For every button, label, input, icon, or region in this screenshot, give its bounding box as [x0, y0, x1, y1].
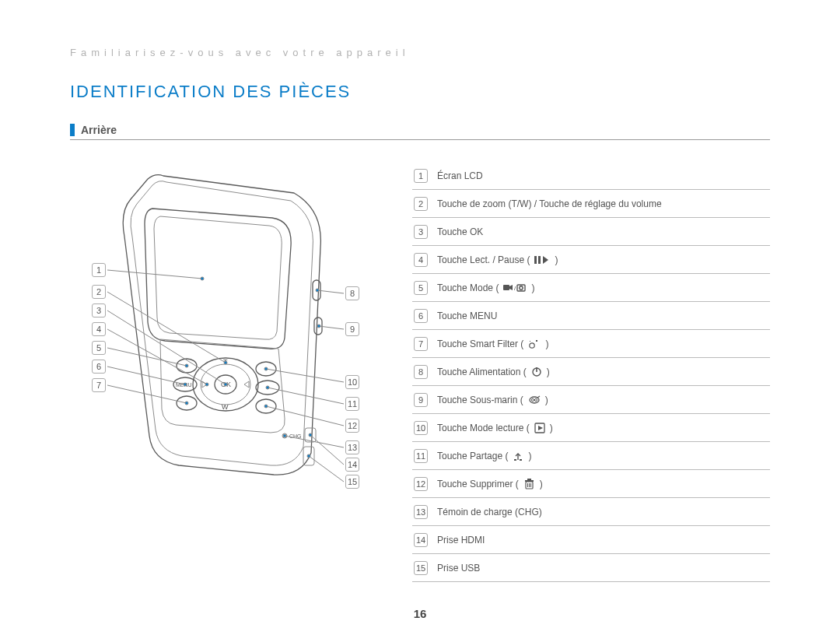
svg-point-26	[205, 383, 208, 386]
callout-right-9: 9	[345, 322, 359, 336]
svg-rect-49	[534, 256, 537, 264]
svg-rect-67	[520, 459, 522, 461]
callout-left-7: 7	[92, 378, 106, 392]
parts-legend: 1Écran LCD2Touche de zoom (T/W) / Touche…	[412, 162, 770, 582]
svg-point-36	[317, 325, 320, 328]
callout-left-2: 2	[92, 285, 106, 299]
callout-left-6: 6	[92, 360, 106, 374]
svg-point-38	[264, 367, 268, 370]
legend-row-3: 3Touche OK	[412, 218, 770, 246]
legend-label: Touche Alimentation ()	[437, 367, 770, 377]
svg-line-43	[285, 436, 344, 447]
callout-right-8: 8	[345, 286, 359, 300]
legend-row-7: 7Touche Smart Filter ()	[412, 330, 770, 358]
svg-point-56	[520, 286, 523, 289]
legend-label: Écran LCD	[437, 170, 770, 181]
legend-row-14: 14Prise HDMI	[412, 526, 770, 554]
legend-label: Touche OK	[437, 226, 770, 237]
callout-left-4: 4	[92, 322, 106, 336]
legend-row-10: 10Touche Mode lecture ()	[412, 414, 770, 442]
svg-rect-52	[503, 285, 509, 290]
svg-point-20	[201, 277, 204, 280]
chapter-label: Familiarisez-vous avec votre appareil	[70, 47, 770, 58]
underwater-icon	[528, 395, 541, 405]
playpause-icon	[534, 254, 550, 265]
play-icon	[534, 423, 545, 433]
legend-row-4: 4Touche Lect. / Pause ()	[412, 246, 770, 274]
svg-point-24	[224, 383, 227, 386]
legend-number: 2	[414, 197, 428, 211]
svg-rect-72	[525, 480, 534, 482]
playpause-icon	[534, 254, 550, 265]
trash-icon	[523, 479, 535, 489]
svg-line-27	[107, 348, 187, 366]
svg-text:/: /	[514, 285, 516, 292]
subheader-text: Arrière	[81, 124, 117, 136]
svg-point-22	[224, 361, 227, 364]
legend-row-8: 8Touche Alimentation ()	[412, 358, 770, 386]
legend-label: Touche de zoom (T/W) / Touche de réglage…	[437, 198, 770, 209]
svg-point-46	[309, 433, 312, 437]
camcorder-back-svg: .ln{fill:none;stroke:#5a5a5a;stroke-widt…	[70, 162, 373, 496]
videocam-camera-icon: /	[503, 282, 527, 293]
device-illustration: .ln{fill:none;stroke:#5a5a5a;stroke-widt…	[70, 162, 373, 496]
callout-right-14: 14	[345, 458, 359, 472]
sparkle-icon	[528, 339, 541, 349]
svg-point-57	[530, 342, 534, 347]
svg-line-45	[310, 435, 344, 465]
svg-point-42	[264, 405, 268, 408]
svg-marker-53	[509, 285, 513, 290]
page-number: 16	[0, 607, 840, 620]
legend-row-12: 12Touche Supprimer ()	[412, 470, 770, 498]
svg-point-28	[185, 364, 188, 367]
svg-point-30	[184, 383, 187, 386]
legend-number: 9	[414, 393, 428, 407]
legend-label: Touche Lect. / Pause ()	[437, 254, 770, 265]
legend-number: 12	[414, 477, 428, 491]
legend-label: Touche Supprimer ()	[437, 479, 770, 489]
svg-text:W: W	[222, 403, 229, 411]
svg-point-34	[316, 289, 319, 292]
play-icon	[534, 423, 545, 433]
legend-label: Touche Sous-marin ()	[437, 395, 770, 405]
svg-line-35	[319, 326, 344, 329]
legend-label: Prise USB	[437, 563, 770, 574]
callout-right-11: 11	[345, 397, 359, 411]
svg-point-44	[283, 434, 286, 437]
videocam-camera-icon: /	[503, 282, 527, 293]
legend-label: Touche Smart Filter ()	[437, 339, 770, 349]
subheader-row: Arrière	[70, 124, 770, 140]
legend-label: Témoin de charge (CHG)	[437, 507, 770, 517]
legend-label: Touche Mode lecture ()	[437, 423, 770, 433]
callout-left-3: 3	[92, 303, 106, 317]
subheader-marker	[70, 124, 75, 136]
svg-marker-51	[543, 256, 548, 264]
legend-row-11: 11Touche Partage ()	[412, 442, 770, 470]
power-icon	[531, 367, 542, 377]
legend-label: Prise HDMI	[437, 535, 770, 546]
legend-number: 11	[414, 449, 428, 463]
legend-number: 13	[414, 505, 428, 519]
legend-label: Touche Partage ()	[437, 451, 770, 461]
legend-number: 5	[414, 281, 428, 295]
callout-right-12: 12	[345, 419, 359, 433]
legend-row-9: 9Touche Sous-marin ()	[412, 386, 770, 414]
callout-left-1: 1	[92, 263, 106, 277]
legend-row-6: 6Touche MENU	[412, 302, 770, 330]
legend-number: 7	[414, 337, 428, 351]
share-icon	[513, 451, 523, 461]
svg-line-29	[107, 367, 185, 384]
power-icon	[531, 367, 542, 377]
legend-label: Touche MENU	[437, 310, 770, 321]
legend-number: 10	[414, 421, 428, 435]
svg-rect-50	[538, 256, 541, 264]
sparkle-icon	[528, 339, 541, 349]
underwater-icon	[528, 395, 541, 405]
svg-line-19	[107, 270, 202, 279]
legend-number: 3	[414, 225, 428, 239]
legend-row-15: 15Prise USB	[412, 554, 770, 582]
svg-point-48	[307, 454, 310, 458]
svg-rect-73	[527, 479, 531, 480]
legend-number: 6	[414, 309, 428, 323]
legend-row-1: 1Écran LCD	[412, 162, 770, 190]
